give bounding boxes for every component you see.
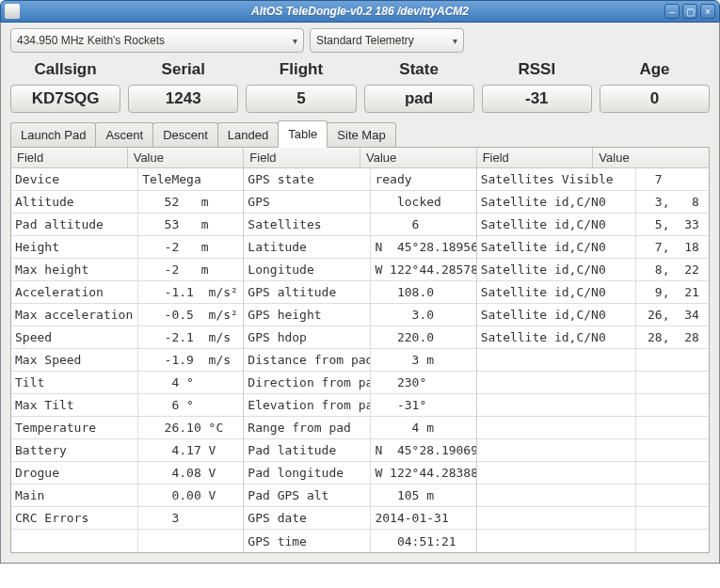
cell-value: -31° [371,394,475,416]
table-row[interactable]: GPS locked [244,191,475,214]
table-row[interactable]: Satellite id,C/N0 28, 28 [477,326,709,349]
cell-value: 108.0 [371,281,475,303]
header-value[interactable]: Value [593,148,709,167]
table-row[interactable]: Range from pad 4 m [244,417,475,439]
close-button[interactable]: × [700,4,715,19]
table-row[interactable]: Satellite id,C/N0 9, 21 [477,281,709,304]
table-row[interactable]: DeviceTeleMega [11,168,243,191]
header-field[interactable]: Field [244,148,360,167]
table-row[interactable] [477,507,709,530]
summary-head-callsign: Callsign [10,60,120,79]
table-row[interactable]: Acceleration -1.1 m/s² [11,281,243,304]
data-column-2: Field Value GPS statereadyGPS lockedSate… [243,148,475,552]
data-grid: Field Value DeviceTeleMegaAltitude 52 mP… [11,148,709,552]
table-pane: Field Value DeviceTeleMegaAltitude 52 mP… [10,148,710,553]
cell-field: Satellite id,C/N0 [477,214,637,235]
summary-val-callsign: KD7SQG [10,85,120,113]
header-field[interactable]: Field [11,148,128,167]
cell-value: 3.0 [371,304,475,326]
tab-descent[interactable]: Descent [152,122,218,147]
table-row[interactable] [477,349,709,372]
table-row[interactable] [477,394,709,417]
table-row[interactable]: Battery 4.17 V [11,439,243,462]
table-row[interactable]: Max Speed -1.9 m/s [11,349,243,372]
summary-val-flight: 5 [246,85,356,113]
cell-field [477,439,637,461]
table-row[interactable]: Drogue 4.08 V [11,462,243,485]
table-row[interactable]: GPS altitude 108.0 [244,281,475,304]
chevron-down-icon: ▾ [453,36,457,46]
tab-site-map[interactable]: Site Map [327,122,395,147]
table-row[interactable]: Pad altitude 53 m [11,214,243,236]
cell-value: 3 [138,507,243,529]
table-row[interactable]: GPS height 3.0 [244,304,475,326]
table-row[interactable]: Altitude 52 m [11,191,243,214]
table-row[interactable]: Max Tilt 6 ° [11,394,243,417]
table-row[interactable]: Pad latitudeN 45°28.19069' [244,439,475,462]
table-row[interactable]: GPS stateready [244,168,475,191]
table-row[interactable]: Height -2 m [11,236,243,259]
minimize-button[interactable]: – [664,4,680,19]
frequency-select[interactable]: 434.950 MHz Keith's Rockets ▾ [10,28,304,53]
table-row[interactable]: CRC Errors 3 [11,507,243,530]
cell-field: GPS time [244,530,371,552]
header-field[interactable]: Field [477,148,594,167]
table-row[interactable]: Main 0.00 V [11,485,243,507]
table-row[interactable]: Tilt 4 ° [11,372,243,394]
tab-landed[interactable]: Landed [217,122,279,147]
cell-value: 0.00 V [138,485,243,506]
table-row[interactable]: Max height -2 m [11,259,243,281]
table-row[interactable]: Pad GPS alt 105 m [244,485,475,507]
tab-table[interactable]: Table [278,120,328,148]
table-row[interactable] [477,530,709,552]
table-row[interactable]: Satellite id,C/N0 5, 33 [477,214,709,236]
header-value[interactable]: Value [360,148,476,167]
cell-value: TeleMega [138,168,243,190]
table-row[interactable]: Satellite id,C/N0 26, 34 [477,304,709,326]
table-row[interactable]: LongitudeW 122°44.28578' [244,259,475,281]
table-row[interactable]: Temperature 26.10 °C [11,417,243,439]
cell-field: Satellites Visible [477,168,637,190]
cell-value [138,530,243,552]
cell-value [636,349,709,371]
cell-field [477,394,637,416]
cell-field: Altitude [11,191,138,213]
tab-ascent[interactable]: Ascent [95,122,153,147]
cell-value: 8, 22 [636,259,709,280]
data-column-3: Field Value Satellites Visible 7Satellit… [476,148,709,552]
table-row[interactable]: LatitudeN 45°28.18956' [244,236,475,259]
table-row[interactable] [477,372,709,394]
cell-field: Satellite id,C/N0 [477,326,637,348]
table-row[interactable]: Pad longitudeW 122°44.28388' [244,462,475,485]
table-row[interactable]: Satellite id,C/N0 8, 22 [477,259,709,281]
table-row[interactable]: Satellite id,C/N0 7, 18 [477,236,709,259]
cell-value: 26, 34 [636,304,709,326]
maximize-button[interactable]: ▢ [682,4,697,19]
table-row[interactable]: Distance from pad 3 m [244,349,475,372]
table-row[interactable] [477,462,709,485]
cell-field: Speed [11,326,138,348]
table-row[interactable]: Speed -2.1 m/s [11,326,243,349]
cell-value: 6 [371,214,475,235]
table-row[interactable]: Direction from pad 230° [244,372,475,394]
cell-field: Longitude [244,259,371,280]
tab-launch-pad[interactable]: Launch Pad [10,122,96,147]
telemetry-select[interactable]: Standard Telemetry ▾ [310,28,464,53]
cell-value: 52 m [138,191,243,213]
table-row[interactable]: Max acceleration -0.5 m/s² [11,304,243,326]
table-row[interactable]: Satellites 6 [244,214,475,236]
cell-value: W 122°44.28388' [371,462,475,484]
table-row[interactable] [477,485,709,507]
table-row[interactable]: GPS date2014-01-31 [244,507,475,530]
table-row[interactable]: GPS hdop 220.0 [244,326,475,349]
table-row[interactable]: Satellite id,C/N0 3, 8 [477,191,709,214]
table-row[interactable] [477,439,709,462]
table-row[interactable]: Elevation from pad -31° [244,394,475,417]
cell-value [636,394,709,416]
table-row[interactable] [477,417,709,439]
table-row[interactable] [11,530,243,552]
header-value[interactable]: Value [128,148,244,167]
table-row[interactable]: Satellites Visible 7 [477,168,709,191]
table-row[interactable]: GPS time 04:51:21 [244,530,475,552]
cell-field: CRC Errors [11,507,138,529]
